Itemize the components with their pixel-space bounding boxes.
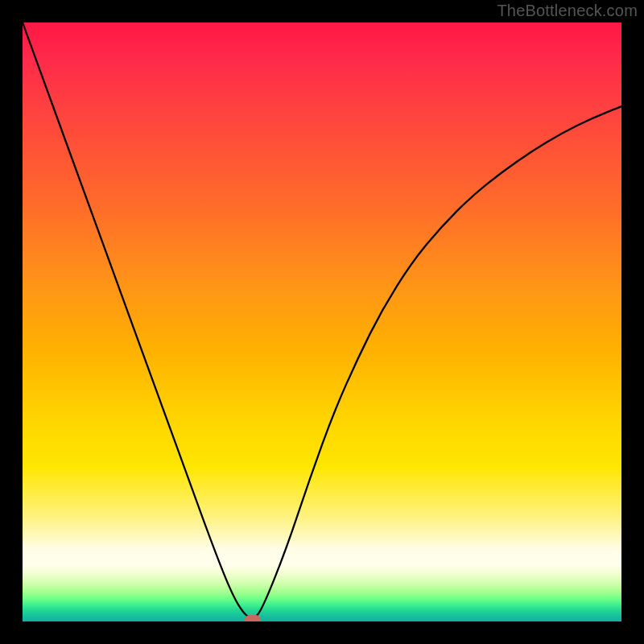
chart-frame: TheBottleneck.com <box>0 0 644 644</box>
plot-area <box>23 23 621 621</box>
watermark-text: TheBottleneck.com <box>497 2 638 20</box>
optimal-point-marker <box>245 615 261 621</box>
bottleneck-curve <box>23 23 621 621</box>
